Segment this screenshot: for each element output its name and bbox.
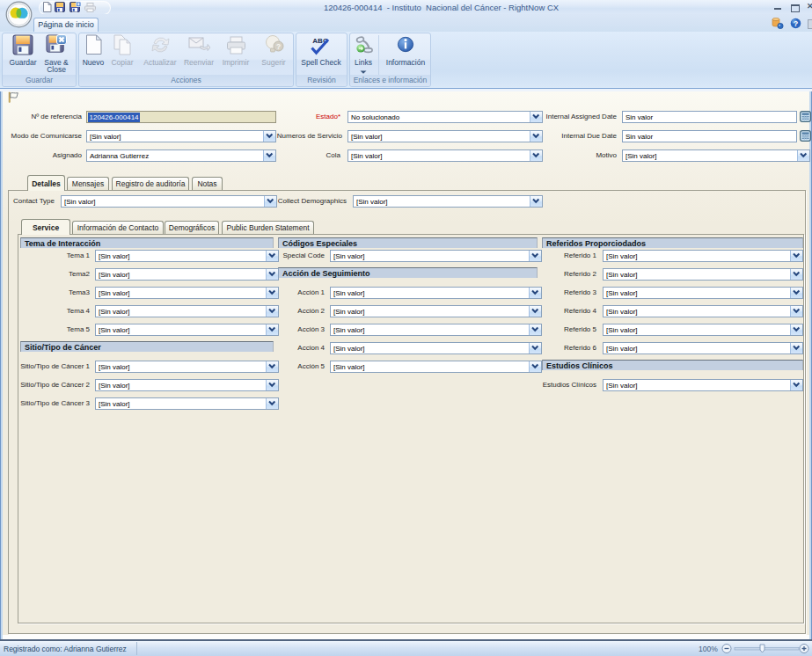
- svg-text:?: ?: [276, 42, 281, 51]
- svg-text:?: ?: [794, 19, 799, 28]
